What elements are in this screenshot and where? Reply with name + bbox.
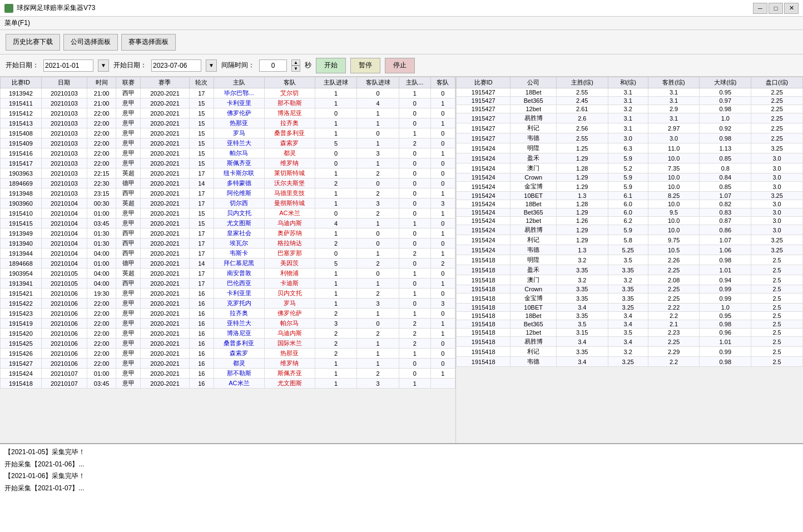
close-button[interactable]: ✕: [784, 3, 799, 14]
left-table-cell: 21:00: [87, 98, 116, 108]
table-row[interactable]: 1915418Crown3.353.352.250.992.5: [457, 285, 803, 294]
table-row[interactable]: 19154272021010622:00意甲2020-202116都灵维罗纳11…: [1, 359, 455, 369]
minimize-button[interactable]: ─: [753, 3, 767, 14]
table-row[interactable]: 19139442021010404:00西甲2020-202117韦斯卡巴塞罗那…: [1, 248, 455, 258]
left-table-cell: 22:00: [87, 158, 116, 168]
table-row[interactable]: 18946692021010322:30德甲2020-202114多特蒙德沃尔夫…: [1, 178, 455, 188]
left-table-container[interactable]: 比赛ID日期时间联赛赛季轮次主队客队主队进球客队进球主队...客队 191394…: [0, 77, 455, 443]
start-button[interactable]: 开始: [316, 58, 346, 73]
interval-input[interactable]: [259, 59, 287, 72]
left-table-cell: 1: [430, 148, 455, 158]
start-date-picker-button[interactable]: ▼: [98, 59, 109, 72]
left-table-cell: 莱切斯特城: [264, 168, 315, 178]
table-row[interactable]: 19139402021010401:30西甲2020-202117埃瓦尔格拉纳达…: [1, 238, 455, 248]
right-table-cell: 0.85: [700, 153, 751, 163]
table-row[interactable]: 19154212021010619:30意甲2020-202116卡利亚里贝内文…: [1, 289, 455, 299]
table-row[interactable]: 19154092021010322:00意甲2020-202115亚特兰大森索罗…: [1, 138, 455, 148]
table-row[interactable]: 1915424明陞1.256.311.01.133.25: [457, 143, 803, 153]
table-row[interactable]: 1915418明陞3.23.52.260.982.5: [457, 255, 803, 265]
table-row[interactable]: 19154252021010622:00意甲2020-202116桑普多利亚国际…: [1, 339, 455, 349]
table-row[interactable]: 191541818Bet3.353.42.20.952.5: [457, 312, 803, 320]
table-row[interactable]: 19039602021010400:30英超2020-202117切尔西曼彻斯特…: [1, 198, 455, 208]
left-table-cell: 1: [399, 289, 430, 299]
left-table-cell: 2: [357, 168, 399, 178]
end-date-input[interactable]: [151, 59, 201, 72]
table-row[interactable]: 1915424Crown1.295.910.00.843.0: [457, 173, 803, 182]
table-row[interactable]: 19154242021010701:00意甲2020-202116那不勒斯斯佩齐…: [1, 369, 455, 379]
table-row[interactable]: 1915418盈禾3.353.352.251.012.5: [457, 265, 803, 275]
table-row[interactable]: 19154102021010401:00意甲2020-202115贝内文托AC米…: [1, 208, 455, 218]
table-row[interactable]: 1915424Bet3651.296.09.50.833.0: [457, 208, 803, 217]
right-table-cell: 3.35: [608, 285, 648, 294]
table-row[interactable]: 1915418利记3.353.22.290.992.5: [457, 347, 803, 357]
table-row[interactable]: 1915424利记1.295.89.751.073.25: [457, 235, 803, 245]
table-row[interactable]: 19154222021010622:00意甲2020-202116克罗托内罗马1…: [1, 299, 455, 309]
table-row[interactable]: 191542718Bet2.553.13.10.952.25: [457, 88, 803, 97]
table-row[interactable]: 191542712bet2.613.22.90.982.25: [457, 105, 803, 113]
table-row[interactable]: 1915427易胜博2.63.13.11.02.25: [457, 113, 803, 123]
table-row[interactable]: 191541810BET3.43.252.221.02.5: [457, 304, 803, 312]
left-table-cell: 1: [357, 279, 399, 289]
table-row[interactable]: 1915427利记2.563.12.970.922.25: [457, 123, 803, 133]
table-row[interactable]: 1915427韦德2.553.03.00.982.25: [457, 133, 803, 143]
table-row[interactable]: 19154202021010622:00意甲2020-202116博洛尼亚乌迪内…: [1, 329, 455, 339]
left-table-cell: 2: [357, 369, 399, 379]
table-row[interactable]: 1915418Bet3653.53.42.10.982.5: [457, 320, 803, 329]
table-row[interactable]: 19154082021010322:00意甲2020-202115罗马桑普多利亚…: [1, 128, 455, 138]
menu-bar: 菜单(F1): [0, 17, 803, 30]
table-row[interactable]: 191542412bet1.266.210.00.873.0: [457, 217, 803, 225]
table-row[interactable]: 191542418Bet1.286.010.00.823.0: [457, 200, 803, 208]
right-table-cell: 2.5: [751, 320, 803, 329]
table-row[interactable]: 19154112021010321:00意甲2020-202115卡利亚里那不勒…: [1, 98, 455, 108]
table-row[interactable]: 191542410BET1.36.18.251.073.25: [457, 192, 803, 200]
table-row[interactable]: 19154152021010403:45意甲2020-202115尤文图斯乌迪内…: [1, 218, 455, 228]
right-table-cell: 0.98: [700, 105, 751, 113]
match-panel-button[interactable]: 赛事选择面板: [121, 34, 176, 51]
table-row[interactable]: 19139422021010321:00西甲2020-202117毕尔巴鄂...…: [1, 88, 455, 98]
table-row[interactable]: 1915424盈禾1.295.910.00.853.0: [457, 153, 803, 163]
table-row[interactable]: 19154132021010322:00意甲2020-202115热那亚拉齐奥1…: [1, 118, 455, 128]
end-date-picker-button[interactable]: ▼: [206, 59, 217, 72]
interval-down-button[interactable]: ▼: [291, 66, 300, 72]
table-row[interactable]: 1915424金宝博1.295.910.00.853.0: [457, 182, 803, 192]
menu-item-file[interactable]: 菜单(F1): [4, 18, 30, 28]
table-row[interactable]: 18946682021010401:00德甲2020-202114拜仁慕尼黑美因…: [1, 258, 455, 269]
table-row[interactable]: 19139412021010504:00西甲2020-202117巴伦西亚卡迪斯…: [1, 279, 455, 289]
table-row[interactable]: 19154182021010703:45意甲2020-202116AC米兰尤文图…: [1, 379, 455, 389]
table-row[interactable]: 1915424易胜博1.295.910.00.863.0: [457, 225, 803, 235]
left-table-cell: 16: [189, 309, 214, 319]
table-row[interactable]: 19139482021010323:15西甲2020-202117阿伦维斯马德里…: [1, 188, 455, 198]
table-row[interactable]: 1915418金宝博3.353.352.250.992.5: [457, 294, 803, 304]
right-table-cell: 1.01: [700, 337, 751, 347]
interval-up-button[interactable]: ▲: [291, 59, 300, 66]
table-row[interactable]: 1915418韦德3.43.252.20.982.5: [457, 357, 803, 367]
table-row[interactable]: 19154172021010322:00意甲2020-202115斯佩齐亚维罗纳…: [1, 158, 455, 168]
table-row[interactable]: 19154122021010322:00意甲2020-202115佛罗伦萨博洛尼…: [1, 108, 455, 118]
right-table-cell: 18Bet: [510, 312, 556, 320]
table-row[interactable]: 1915424韦德1.35.2510.51.063.25: [457, 245, 803, 255]
table-row[interactable]: 19154192021010622:00意甲2020-202116亚特兰大帕尔马…: [1, 319, 455, 329]
company-panel-button[interactable]: 公司选择面板: [63, 34, 118, 51]
table-row[interactable]: 191541812bet3.153.52.230.962.5: [457, 329, 803, 337]
left-table-cell: 佛罗伦萨: [214, 108, 264, 118]
start-date-input[interactable]: [43, 59, 93, 72]
right-table-cell: 0.95: [700, 88, 751, 97]
table-row[interactable]: 19154262021010622:00意甲2020-202116森索罗热那亚2…: [1, 349, 455, 359]
table-row[interactable]: 1915427Bet3652.453.13.10.972.25: [457, 97, 803, 105]
right-table-cell: 1.29: [556, 225, 608, 235]
table-row[interactable]: 1915424澳门1.285.27.350.83.0: [457, 163, 803, 173]
left-table-cell: 2020-2021: [141, 178, 190, 188]
table-row[interactable]: 19154162021010322:00意甲2020-202115帕尔马都灵03…: [1, 148, 455, 158]
right-table-container[interactable]: 比赛ID公司主胜(综)和(综)客胜(综)大球(综)盘口(综) 191542718…: [456, 77, 803, 443]
table-row[interactable]: 19139492021010401:30西甲2020-202117皇家社会奥萨苏…: [1, 228, 455, 238]
table-row[interactable]: 1915418易胜博3.43.42.251.012.5: [457, 337, 803, 347]
table-row[interactable]: 19039632021010322:15英超2020-202117纽卡斯尔联莱切…: [1, 168, 455, 178]
pause-button[interactable]: 暂停: [350, 58, 380, 73]
stop-button[interactable]: 停止: [385, 58, 415, 73]
table-row[interactable]: 19039542021010504:00英超2020-202117南安普敦利物浦…: [1, 269, 455, 279]
maximize-button[interactable]: □: [769, 3, 783, 14]
table-row[interactable]: 1915418澳门3.23.22.080.942.5: [457, 275, 803, 285]
log-content[interactable]: 【2021-01-05】采集完毕！开始采集【2021-01-06】...【202…: [0, 444, 803, 532]
table-row[interactable]: 19154232021010622:00意甲2020-202116拉齐奥佛罗伦萨…: [1, 309, 455, 319]
history-download-button[interactable]: 历史比赛下载: [6, 34, 60, 51]
